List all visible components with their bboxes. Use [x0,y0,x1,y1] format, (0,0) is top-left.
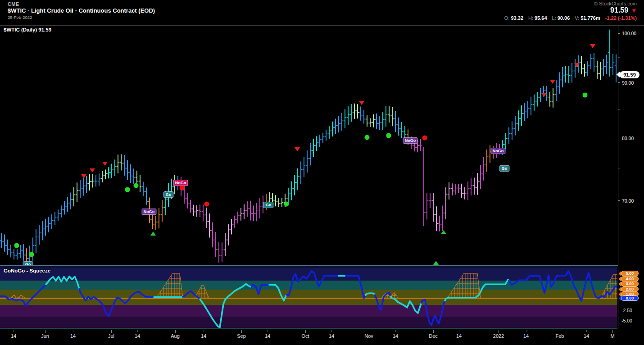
go-dot-icon [386,133,391,138]
squeeze-axis-label: -5.00 [621,318,632,323]
go-dot-icon [134,183,139,188]
change-value: -1.22 (-1.31%) [605,15,637,21]
sell-signal-triangle-icon [90,168,95,172]
chart-date: 25-Feb-2022 [8,15,155,20]
x-axis-label: 14 [265,333,270,339]
main-chart-label: $WTIC (Daily) 91.59 [4,27,51,32]
x-axis-label: 14 [584,333,589,339]
x-axis-label: Feb [556,333,564,339]
price-axis-tick [618,82,620,83]
panel-separator [0,265,618,266]
open-label: O: [504,15,510,21]
squeeze-band [0,317,618,328]
last-price: 91.59 [610,6,628,14]
nogo-dot-icon [180,186,185,191]
x-axis-label: Dec [429,333,438,339]
price-axis-label: 100.00 [622,31,636,36]
squeeze-band [0,281,618,290]
stockcharts-wtic-chart: CME $WTIC - Light Crude Oil - Continuous… [0,0,644,345]
go-badge: Go [499,166,509,172]
svg-text:NoGo: NoGo [493,149,504,153]
price-axis-label: 70.00 [622,198,634,204]
sell-signal-triangle-icon [102,162,108,166]
x-axis-label: 14 [11,333,16,339]
price-axis-label: 90.00 [622,80,634,86]
x-axis-tick [175,330,176,333]
go-dot-icon [365,135,370,140]
sell-signal-triangle-icon [541,93,547,97]
x-axis-label: 14 [135,333,140,339]
squeeze-axis-pill: 0.00 [621,295,639,301]
price-chart-canvas: GoNoGoGoNoGoGoNoGoNoGoGo [0,25,644,265]
squeeze-axis-pill: 5.00 [621,271,639,277]
squeeze-oscillator-line [154,297,183,297]
x-axis-tick [560,330,560,333]
x-axis-tick [268,330,268,332]
header-right: © StockCharts.com 91.59▼ O:93.32H:95.64L… [504,1,637,21]
squeeze-panel-canvas [0,266,644,330]
nogo-badge: NoGo [403,138,417,144]
go-dot-icon [29,252,34,257]
go-badge: Go [163,192,173,198]
go-dot-icon [284,202,289,207]
x-axis-label: 14 [393,333,398,339]
nogo-badge: NoGo [142,209,156,215]
last-price-row: 91.59▼ [504,6,637,15]
svg-text:NoGo: NoGo [405,138,416,143]
x-axis-tick [331,330,332,332]
x-axis-label: M [610,333,614,339]
ohlc-readout: O:93.32H:95.64L:90.06V:51.776m-1.22 (-1.… [504,15,637,21]
low-value: 90.06 [558,15,570,21]
price-axis-minor-tick [618,168,620,168]
x-axis-tick [305,330,306,333]
x-axis-label: Jul [108,333,114,339]
sell-signal-triangle-icon [295,147,300,151]
x-axis-tick [499,330,499,333]
sell-signal-triangle-icon [81,174,86,178]
chart-title: $WTIC - Light Crude Oil - Continuous Con… [8,7,155,14]
x-axis-tick [241,330,242,333]
stockcharts-copyright: © StockCharts.com [504,1,637,6]
nogo-dot-icon [204,202,209,207]
open-value: 93.32 [511,15,523,21]
x-axis-tick [612,330,613,333]
nogo-badge: NoGo [491,148,505,154]
svg-text:NoGo: NoGo [175,181,186,185]
x-axis-label: 2022 [493,333,504,339]
x-axis-tick [137,330,138,332]
x-axis-label: Oct [301,333,309,339]
price-down-triangle-icon: ▼ [631,7,637,14]
header-left: CME $WTIC - Light Crude Oil - Continuous… [8,1,155,20]
high-label: H: [528,15,533,21]
price-axis-minor-tick [618,57,620,58]
right-axis-line [618,25,618,330]
x-axis-label: 14 [329,333,334,339]
price-axis-tick [618,200,620,201]
x-axis-label: 14 [201,333,206,339]
x-axis-tick [433,330,434,333]
svg-text:Go: Go [502,166,508,171]
x-axis-tick [586,330,587,332]
buy-signal-triangle-icon [441,230,446,234]
price-axis-tick [618,33,620,34]
price-axis-label: 80.00 [622,136,634,141]
low-label: L: [552,15,556,21]
go-badge: Go [23,262,33,265]
squeeze-band [0,305,618,317]
go-dot-icon [14,243,19,248]
x-axis-tick [395,330,396,332]
price-axis-minor-tick [618,109,620,110]
x-axis-tick [526,330,526,332]
sell-signal-triangle-icon [359,101,364,105]
volume-value: 51.776m [581,15,600,21]
x-axis-label: 14 [456,333,462,339]
x-axis-label: 14 [70,333,76,339]
x-axis-label: Aug [171,333,180,339]
x-axis-tick [73,330,73,332]
squeeze-axis-pill: 3.00 [621,281,639,287]
squeeze-panel-label: GoNoGo - Squeeze [4,268,50,273]
nogo-badge: NoGo [173,180,188,186]
x-axis-label: Sep [237,333,246,339]
x-axis-tick [111,330,112,333]
svg-text:Go: Go [166,192,172,197]
